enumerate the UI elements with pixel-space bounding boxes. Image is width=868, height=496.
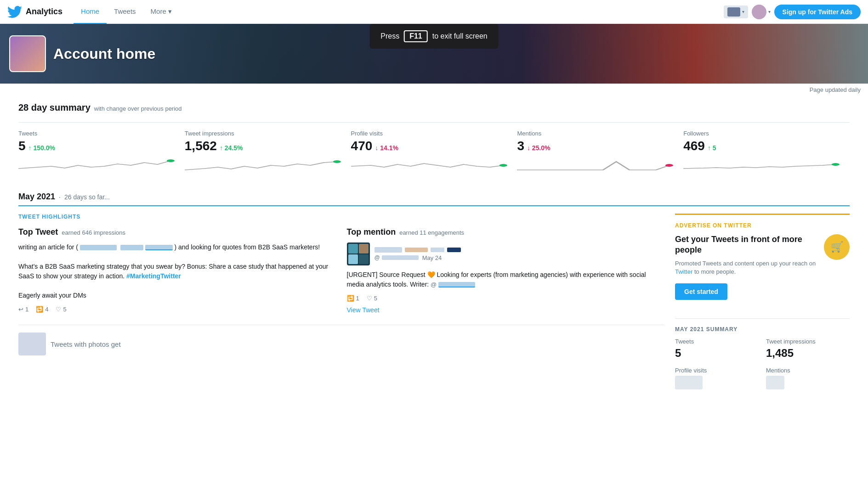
right-column: ADVERTISE ON TWITTER Get your Tweets in …	[675, 214, 850, 389]
reply-icon: ↩	[18, 306, 23, 313]
svg-point-3	[665, 164, 673, 167]
arrow-up-icon	[708, 144, 711, 152]
avatar-block-1	[348, 244, 358, 254]
tweets-with-photos-row: Tweets with photos get	[18, 325, 664, 355]
arrow-down-icon	[527, 144, 530, 152]
may-stat-mentions-value	[766, 376, 784, 389]
top-mention-card: Top mention earned 11 engagements	[347, 227, 664, 314]
mention-writer-at: @	[431, 281, 437, 288]
sparkline-followers	[683, 157, 842, 171]
top-mention-title: Top mention earned 11 engagements	[347, 227, 664, 237]
mention-verified	[447, 248, 461, 252]
mention-tweet-actions: 🔁 1 ♡ 5	[347, 295, 664, 302]
stat-impressions-value: 1,562	[185, 139, 217, 153]
mention-author-info: @ May 24	[374, 247, 461, 261]
nav-more-link[interactable]: More ▾	[143, 0, 179, 24]
brand-logo: Analytics	[7, 5, 74, 19]
top-tweet-text: writing an article for ( ) and looking f…	[18, 242, 336, 300]
mention-tweet-text: [URGENT] Source Request 🧡 Looking for ex…	[347, 270, 664, 289]
like-action: ♡ 5	[56, 306, 66, 313]
month-title: May 2021	[18, 192, 55, 202]
divider	[675, 318, 850, 319]
retweet-action: 🔁 4	[36, 306, 48, 313]
get-started-button[interactable]: Get started	[675, 283, 727, 300]
stat-tweets-value: 5	[18, 139, 26, 153]
two-col-layout: TWEET HIGHLIGHTS Top Tweet earned 646 im…	[18, 214, 850, 389]
retweet-icon: 🔁	[347, 295, 354, 302]
account-switcher[interactable]: ▾	[724, 6, 748, 18]
advertise-icon: 🛒	[824, 234, 850, 260]
stat-followers: Followers 469 5	[683, 130, 850, 178]
may-stat-impressions-value: 1,485	[766, 347, 850, 360]
summary-section: 28 day summary with change over previous…	[18, 93, 850, 183]
view-tweet-link[interactable]: View Tweet	[347, 306, 380, 314]
nav-tweets-link[interactable]: Tweets	[107, 0, 143, 24]
twitter-link[interactable]: Twitter	[675, 268, 692, 275]
more-chevron-icon: ▾	[168, 7, 172, 16]
may-stat-tweets-value: 5	[675, 347, 759, 360]
arrow-up-icon	[220, 144, 223, 152]
mention-name-row	[374, 247, 461, 253]
svg-point-1	[333, 160, 341, 163]
top-tweet-title: Top Tweet earned 646 impressions	[18, 227, 336, 237]
stat-tweets-label: Tweets	[18, 130, 177, 137]
sparkline-mentions	[517, 157, 676, 171]
top-tweet-earned: earned 646 impressions	[62, 229, 125, 236]
profile-switcher[interactable]: ▾	[752, 5, 771, 19]
stat-followers-label: Followers	[683, 130, 842, 137]
blurred-link-1	[80, 245, 117, 250]
may-stat-tweets: Tweets 5	[675, 338, 759, 360]
account-home-title: Account home	[53, 45, 155, 62]
mention-writer-blurred	[438, 282, 475, 287]
main-content: 28 day summary with change over previous…	[0, 93, 868, 389]
mention-handle-blurred	[382, 255, 419, 260]
stat-followers-change: 5	[708, 144, 716, 152]
account-thumbnail	[9, 35, 46, 72]
stat-profile-visits-label: Profile visits	[351, 130, 510, 137]
may-stat-profile-label: Profile visits	[675, 367, 759, 374]
stat-mentions-label: Mentions	[517, 130, 676, 137]
tweets-with-photos-label: Tweets with photos get	[51, 340, 121, 348]
avatar-block-3	[348, 254, 358, 264]
month-days-note: 26 days so far...	[64, 193, 110, 201]
stat-impressions-label: Tweet impressions	[185, 130, 344, 137]
fullscreen-toast: Press F11 to exit full screen	[369, 24, 499, 49]
tweet-hashtag[interactable]: #MarketingTwitter	[126, 272, 181, 280]
sign-up-twitter-ads-button[interactable]: Sign up for Twitter Ads	[774, 5, 861, 19]
mention-at: @	[374, 254, 380, 261]
photos-thumbnail	[18, 333, 46, 355]
svg-point-0	[167, 159, 175, 162]
highlights-label: TWEET HIGHLIGHTS	[18, 214, 664, 220]
mention-badge	[405, 248, 428, 252]
top-mention-earned: earned 11 engagements	[399, 229, 464, 236]
summary-title: 28 day summary	[18, 102, 91, 113]
advertise-content: Get your Tweets in front of more people …	[675, 234, 850, 300]
svg-point-4	[832, 163, 840, 166]
profile-caret-icon: ▾	[768, 9, 771, 14]
top-tweet-actions: ↩ 1 🔁 4 ♡ 5	[18, 306, 336, 313]
advertise-title: Get your Tweets in front of more people	[675, 234, 818, 256]
account-switcher-caret-icon: ▾	[742, 9, 744, 14]
blurred-link-3	[145, 245, 173, 250]
top-navigation: Analytics Home Tweets More ▾ ▾ ▾ Sign up…	[0, 0, 868, 24]
stat-profile-visits-value: 470	[351, 139, 373, 153]
left-column: TWEET HIGHLIGHTS Top Tweet earned 646 im…	[18, 214, 664, 389]
profile-avatar	[752, 5, 766, 19]
nav-links: Home Tweets More ▾	[74, 0, 179, 24]
avatar-block-2	[359, 244, 369, 254]
stat-impressions: Tweet impressions 1,562 24.5%	[185, 130, 351, 178]
avatar-block-4	[359, 254, 369, 264]
month-separator: ·	[59, 193, 61, 201]
advertise-text: Get your Tweets in front of more people …	[675, 234, 818, 300]
blurred-link-2	[120, 245, 143, 250]
sparkline-tweets	[18, 157, 177, 171]
may-stat-mentions: Mentions	[766, 367, 850, 389]
sparkline-profile-visits	[351, 157, 510, 171]
nav-home-link[interactable]: Home	[74, 0, 107, 24]
mention-sub-row: @ May 24	[374, 254, 461, 261]
stat-mentions-change: 25.0%	[527, 144, 550, 152]
mention-name-blurred	[374, 247, 402, 253]
stat-profile-visits: Profile visits 470 14.1%	[351, 130, 517, 178]
arrow-up-icon	[28, 144, 32, 152]
page-updated-label: Page updated daily	[0, 84, 868, 93]
